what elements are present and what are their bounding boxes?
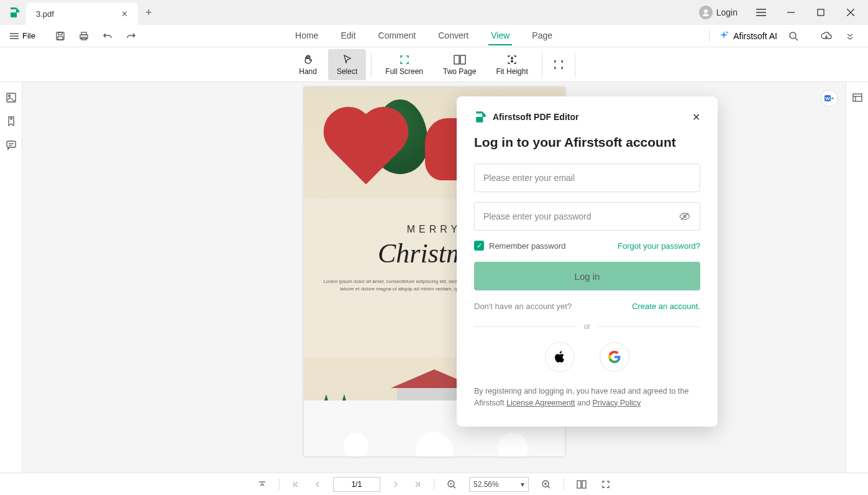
password-placeholder: Please enter your password [483,211,592,221]
menu-convert[interactable]: Convert [436,27,471,45]
properties-icon[interactable] [852,92,863,103]
new-tab-button[interactable]: + [138,6,160,19]
google-login-button[interactable] [600,342,629,372]
file-menu[interactable]: File [5,29,40,43]
last-page-icon[interactable] [411,478,424,491]
app-logo [4,1,26,24]
comments-icon[interactable] [6,139,17,150]
no-account-text: Don't have an account yet? [474,302,572,311]
login-label: Login [716,7,738,17]
or-text: or [584,322,591,331]
svg-point-19 [790,32,796,39]
ai-label: Afirstsoft AI [733,31,777,41]
svg-point-1 [704,9,708,13]
svg-rect-47 [476,117,483,123]
menu-comment[interactable]: Comment [376,27,419,45]
afirstsoft-ai-button[interactable]: Afirstsoft AI [718,30,777,42]
scroll-top-icon[interactable] [255,478,269,491]
zoom-select[interactable]: 52.56% ▾ [469,477,529,492]
facing-pages-icon[interactable] [574,478,589,491]
next-page-icon[interactable] [390,478,401,491]
login-modal: Afirstsoft PDF Editor ✕ Log in to your A… [457,96,718,427]
print-icon[interactable] [76,29,91,44]
fitheight-label: Fit Height [496,67,528,76]
remember-label: Remember password [489,241,566,251]
maximize-icon[interactable] [808,0,833,25]
search-icon[interactable] [786,29,801,44]
main-menu: Home Edit Comment Convert View Page [139,27,709,45]
eye-off-icon[interactable] [678,210,691,223]
modal-heading: Log in to your Afirstsoft account [474,135,700,150]
remember-password-checkbox[interactable]: ✓ Remember password [474,241,566,251]
svg-point-18 [726,31,728,33]
save-icon[interactable] [53,29,68,44]
apple-login-button[interactable] [545,342,575,372]
login-submit-button[interactable]: Log in [474,262,700,290]
hand-label: Hand [299,67,317,76]
svg-rect-46 [582,481,586,488]
svg-text:W: W [825,96,830,101]
prev-page-icon[interactable] [312,478,323,491]
cloud-icon[interactable] [818,29,834,43]
modal-close-icon[interactable]: ✕ [692,111,700,123]
page-input[interactable] [333,477,380,492]
svg-line-39 [454,486,455,488]
tab-title: 3.pdf [36,9,54,19]
fitwidth-tool[interactable] [547,49,570,80]
first-page-icon[interactable] [290,478,302,491]
menubar: File Home Edit Comment Convert View Page… [0,25,868,47]
menu-home[interactable]: Home [293,27,321,45]
menu-edit[interactable]: Edit [338,27,358,45]
bookmarks-icon[interactable] [6,116,17,127]
svg-rect-27 [7,141,16,147]
fullscreen-label: Full Screen [385,67,423,76]
fullscreen-tool[interactable]: Full Screen [377,49,432,80]
twopage-tool[interactable]: Two Page [434,49,485,80]
menu-page[interactable]: Page [529,27,555,45]
svg-rect-0 [11,12,17,17]
menu-view[interactable]: View [488,27,512,45]
svg-line-42 [548,486,550,488]
collapse-icon[interactable] [843,29,857,43]
login-button[interactable]: Login [693,3,744,22]
hand-tool[interactable]: Hand [290,49,326,80]
fitheight-tool[interactable]: Fit Height [487,49,536,80]
fullscreen-status-icon[interactable] [599,478,613,491]
document-tab[interactable]: 3.pdf ✕ [26,2,138,25]
thumbnails-icon[interactable] [6,92,17,103]
password-field[interactable]: Please enter your password [474,202,700,231]
checkbox-checked-icon: ✓ [474,241,484,251]
zoom-in-icon[interactable] [539,477,554,492]
svg-point-24 [8,95,10,97]
license-link[interactable]: License Agreementt [506,399,575,407]
avatar-icon [699,6,713,19]
document-viewport[interactable]: MERRY Christmas Lorem ipsum dolor sit am… [22,82,846,473]
forgot-password-link[interactable]: Forgot your password? [618,241,700,251]
modal-logo-icon [474,110,488,124]
close-tab-icon[interactable]: ✕ [119,7,130,21]
zoom-out-icon[interactable] [444,477,459,492]
convert-to-word-icon[interactable]: W [821,90,838,107]
right-sidebar [846,82,868,473]
twopage-label: Two Page [443,67,476,76]
select-tool[interactable]: Select [328,49,366,80]
svg-rect-22 [460,55,465,64]
svg-rect-32 [853,94,862,101]
create-account-link[interactable]: Create an account. [632,302,700,311]
redo-icon[interactable] [124,29,139,44]
undo-icon[interactable] [100,29,115,44]
minimize-icon[interactable] [779,0,803,25]
chevron-down-icon: ▾ [521,480,524,489]
privacy-link[interactable]: Privacy Policy [592,399,641,407]
statusbar: 52.56% ▾ [0,473,868,495]
svg-line-20 [795,38,798,40]
svg-rect-13 [58,32,62,35]
file-label: File [22,31,35,40]
titlebar: 3.pdf ✕ + Login [0,0,868,25]
email-field[interactable]: Please enter your email [474,164,700,192]
terms-text: By registering and logging in, you have … [474,386,700,409]
select-label: Select [337,67,357,76]
hamburger-menu-icon[interactable] [749,0,774,25]
svg-rect-14 [58,37,63,40]
close-window-icon[interactable] [838,0,863,25]
